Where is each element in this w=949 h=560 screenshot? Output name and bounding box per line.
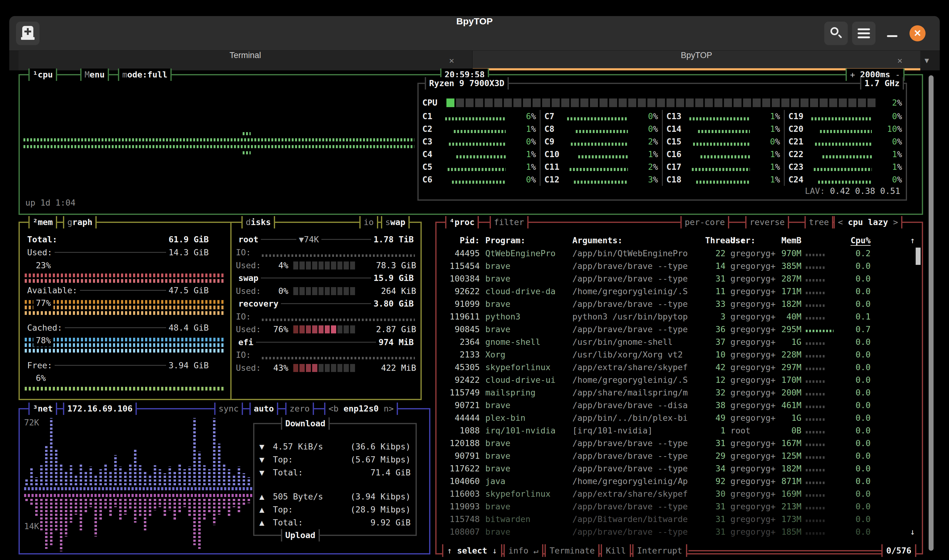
process-pid: 91099 — [440, 298, 480, 310]
process-row[interactable]: 119611python3python3 /usr/bin/bpytop3gre… — [440, 310, 904, 323]
tree-toggle[interactable]: tree — [804, 216, 833, 228]
terminal-window: BpyTOP ✕ Terminal ✕ BpyTOP ✕ ▼ ¹cpu Menu — [9, 16, 940, 557]
per-core-toggle[interactable]: per-core — [680, 216, 729, 228]
process-name: brave — [480, 449, 572, 462]
mem-used-row: Used:14.3 GiB — [25, 246, 211, 259]
process-name: bitwarden — [480, 513, 572, 525]
zero-toggle[interactable]: zero — [285, 403, 314, 415]
info-button[interactable]: info ↵ — [503, 544, 544, 557]
process-threads: 11 — [705, 285, 726, 298]
selection-count: 0/576 — [881, 544, 916, 557]
scroll-down-icon[interactable]: ↓ — [910, 525, 915, 538]
mem-available-row: Available:47.5 GiB — [25, 284, 211, 297]
process-row[interactable]: 1088irq/101-nvidia[irq/101-nvidia]1root0… — [440, 424, 904, 437]
core-usage-graph — [569, 168, 628, 171]
interrupt-button[interactable]: Interrupt — [632, 544, 687, 557]
close-button[interactable]: ✕ — [909, 25, 926, 42]
interface-switcher[interactable]: <b enp12s0 n> — [324, 403, 398, 415]
process-row[interactable]: 115749mailspring/app/share/mailspring/m3… — [440, 386, 904, 399]
process-cpu: 0.7 — [841, 323, 871, 335]
process-row[interactable]: 104060java/home/gregorygleinig/Ap92grego… — [440, 475, 904, 488]
process-box: ⁴proc filter per-core reverse tree < cpu… — [435, 222, 923, 554]
process-row[interactable]: 100384brave/app/brave/brave --type31greg… — [440, 272, 904, 285]
upload-title: Upload — [281, 529, 320, 542]
process-row[interactable]: 117622brave/app/brave/brave --type34greg… — [440, 462, 904, 475]
core-grid: C16%C21%C30%C41%C51%C60% C70%C80%C92%C10… — [418, 110, 906, 186]
process-cpu: 0.0 — [841, 285, 871, 298]
process-row[interactable]: 115748bitwarden/app/Bitwarden/bitwarde31… — [440, 513, 904, 525]
process-row[interactable]: 45305skypeforlinux/app/extra/share/skype… — [440, 361, 904, 374]
menu-button-bpytop[interactable]: Menu — [80, 69, 109, 81]
process-cpu: 0.0 — [841, 525, 871, 538]
process-row[interactable]: 92422cloud-drive-ui/home/gregorygleinig/… — [440, 374, 904, 386]
tab-list-button[interactable]: ▼ — [919, 51, 935, 71]
interface-next[interactable]: n> — [384, 404, 394, 413]
select-control[interactable]: ↑ select ↓ — [442, 544, 502, 557]
core-usage-graph — [696, 181, 750, 184]
disk-used-row: Used:4% 78.3 GiB — [236, 259, 416, 272]
process-user: gregoryg+ — [726, 500, 774, 513]
core-percent: 1% — [753, 173, 780, 186]
tab-close-icon[interactable]: ✕ — [449, 51, 454, 71]
cpu-history-graph-line — [23, 145, 414, 148]
core-usage-graph — [698, 130, 750, 133]
sort-selector[interactable]: < cpu lazy > — [834, 216, 902, 228]
sort-prev[interactable]: < — [838, 217, 843, 227]
terminal-scrollbar[interactable] — [929, 75, 934, 551]
process-memory: 1G — [774, 335, 801, 348]
process-row[interactable]: 92622cloud-drive-da/home/gregorygleinig/… — [440, 285, 904, 298]
process-row[interactable]: 44495QtWebEnginePro/app/bin/QtWebEngineP… — [440, 247, 904, 260]
tab-bpytop[interactable]: BpyTOP ✕ — [473, 51, 920, 71]
process-cpu-graph — [801, 386, 841, 399]
process-row[interactable]: 119093brave/app/brave/brave --type31greg… — [440, 500, 904, 513]
cpu-total-meter-row: CPU 2% — [422, 96, 902, 109]
mode-toggle[interactable]: mode:full — [118, 69, 172, 81]
core-label: C19 — [789, 110, 811, 123]
tab-close-icon[interactable]: ✕ — [897, 51, 902, 71]
kill-button[interactable]: Kill — [601, 544, 631, 557]
process-memory: 297M — [774, 361, 801, 374]
cpu-core-row: C41% — [422, 148, 536, 160]
tab-terminal[interactable]: Terminal ✕ — [18, 51, 472, 71]
filter-button[interactable]: filter — [490, 216, 529, 228]
menu-button[interactable] — [852, 22, 875, 45]
process-row[interactable]: 44444plex-bin/app/bin/../bin/plex-bi49gr… — [440, 412, 904, 424]
minimize-button[interactable] — [880, 22, 904, 45]
auto-toggle[interactable]: auto — [249, 403, 278, 415]
reverse-toggle[interactable]: reverse — [745, 216, 789, 228]
io-mode-toggle[interactable]: io — [359, 216, 378, 228]
process-threads: 31 — [705, 513, 726, 525]
process-threads: 29 — [705, 449, 726, 462]
process-row[interactable]: 115454brave/app/brave/brave --type14greg… — [440, 260, 904, 272]
sort-next[interactable]: > — [893, 217, 898, 227]
terminate-button[interactable]: Terminate — [544, 544, 600, 557]
graph-toggle[interactable]: graph — [63, 216, 97, 228]
process-list-scrollbar[interactable] — [916, 248, 921, 265]
swap-toggle[interactable]: swap — [381, 216, 410, 228]
process-row[interactable]: 90845brave/app/brave/brave --type36grego… — [440, 323, 904, 335]
interface-prev[interactable]: <b — [329, 404, 339, 413]
process-pid: 92422 — [440, 374, 480, 386]
process-row[interactable]: 2364gnome-shell/usr/bin/gnome-shell37gre… — [440, 335, 904, 348]
sort-column-header[interactable]: Cpu% — [841, 234, 871, 247]
process-user: gregoryg+ — [726, 260, 774, 272]
sync-toggle[interactable]: sync — [214, 403, 243, 415]
core-percent: 10% — [875, 123, 902, 135]
close-icon: ✕ — [909, 25, 926, 42]
process-threads: 3 — [705, 310, 726, 323]
interval-increase[interactable]: + — [850, 70, 855, 79]
process-memory: 287M — [774, 272, 801, 285]
process-row[interactable]: 120188brave/app/brave/brave --type31greg… — [440, 437, 904, 449]
process-row[interactable]: 116003skypeforlinux/app/extra/share/skyp… — [440, 488, 904, 500]
scroll-up-icon[interactable]: ↑ — [910, 234, 915, 247]
process-row[interactable]: 90721brave/app/brave/brave --disa38grego… — [440, 399, 904, 412]
mem-free-graph — [25, 387, 223, 391]
mem-total-row: Total:61.9 GiB — [25, 233, 211, 246]
core-usage-graph — [567, 117, 628, 120]
process-row[interactable]: 90791brave/app/brave/brave --type29grego… — [440, 449, 904, 462]
process-row[interactable]: 2133Xorg/usr/lib/xorg/Xorg vt210gregoryg… — [440, 348, 904, 361]
search-button[interactable] — [824, 22, 848, 45]
process-pid: 90791 — [440, 449, 480, 462]
process-row[interactable]: 108007brave/app/brave/brave --type31greg… — [440, 525, 904, 538]
process-row[interactable]: 91099brave/app/brave/brave --type33grego… — [440, 298, 904, 310]
